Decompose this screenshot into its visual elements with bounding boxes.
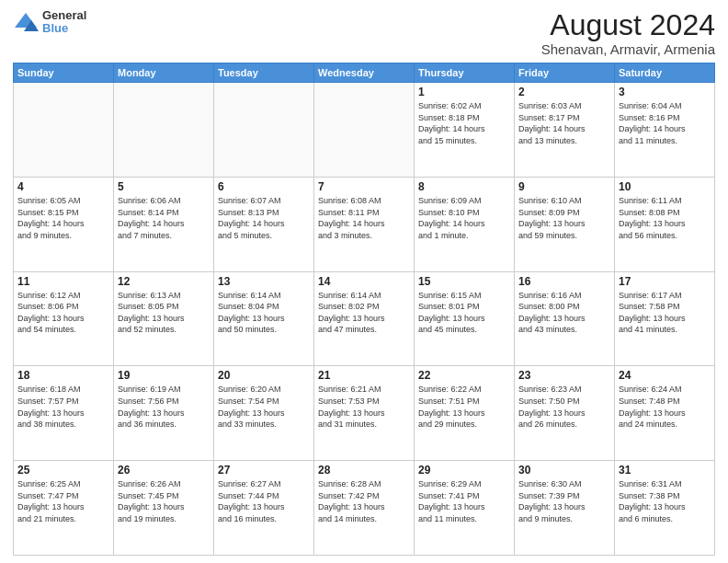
- day-number: 15: [418, 275, 510, 288]
- calendar-cell: 24Sunrise: 6:24 AMSunset: 7:48 PMDayligh…: [615, 366, 715, 461]
- day-number: 30: [518, 464, 610, 477]
- day-number: 9: [518, 180, 610, 193]
- col-tuesday: Tuesday: [214, 63, 314, 83]
- calendar-cell: 2Sunrise: 6:03 AMSunset: 8:17 PMDaylight…: [515, 83, 615, 178]
- day-info: Sunrise: 6:27 AMSunset: 7:44 PMDaylight:…: [218, 478, 310, 524]
- day-info: Sunrise: 6:23 AMSunset: 7:50 PMDaylight:…: [518, 384, 610, 430]
- calendar-cell: 31Sunrise: 6:31 AMSunset: 7:38 PMDayligh…: [615, 461, 715, 556]
- day-info: Sunrise: 6:06 AMSunset: 8:14 PMDaylight:…: [118, 195, 210, 241]
- calendar-cell: 19Sunrise: 6:19 AMSunset: 7:56 PMDayligh…: [114, 366, 214, 461]
- day-number: 22: [418, 369, 510, 382]
- day-info: Sunrise: 6:16 AMSunset: 8:00 PMDaylight:…: [518, 290, 610, 336]
- calendar-cell: 29Sunrise: 6:29 AMSunset: 7:41 PMDayligh…: [415, 461, 515, 556]
- col-saturday: Saturday: [615, 63, 715, 83]
- day-number: 20: [218, 369, 310, 382]
- day-number: 23: [518, 369, 610, 382]
- day-info: Sunrise: 6:29 AMSunset: 7:41 PMDaylight:…: [418, 478, 510, 524]
- day-number: 5: [118, 180, 210, 193]
- calendar-cell: 9Sunrise: 6:10 AMSunset: 8:09 PMDaylight…: [515, 177, 615, 271]
- calendar-cell: 8Sunrise: 6:09 AMSunset: 8:10 PMDaylight…: [415, 177, 515, 271]
- day-info: Sunrise: 6:14 AMSunset: 8:04 PMDaylight:…: [218, 290, 310, 336]
- calendar-cell: 6Sunrise: 6:07 AMSunset: 8:13 PMDaylight…: [214, 177, 314, 271]
- day-number: 3: [619, 86, 711, 98]
- calendar-week-5: 25Sunrise: 6:25 AMSunset: 7:47 PMDayligh…: [14, 461, 715, 556]
- day-info: Sunrise: 6:20 AMSunset: 7:54 PMDaylight:…: [218, 384, 310, 430]
- day-number: 6: [218, 180, 310, 193]
- day-number: 18: [17, 369, 109, 382]
- calendar-cell: 26Sunrise: 6:26 AMSunset: 7:45 PMDayligh…: [114, 461, 214, 556]
- day-info: Sunrise: 6:03 AMSunset: 8:17 PMDaylight:…: [518, 100, 610, 146]
- calendar-cell: 22Sunrise: 6:22 AMSunset: 7:51 PMDayligh…: [415, 366, 515, 461]
- calendar-cell: 13Sunrise: 6:14 AMSunset: 8:04 PMDayligh…: [214, 271, 314, 366]
- day-number: 14: [318, 275, 410, 288]
- col-monday: Monday: [114, 63, 214, 83]
- day-info: Sunrise: 6:19 AMSunset: 7:56 PMDaylight:…: [118, 384, 210, 430]
- calendar-week-2: 4Sunrise: 6:05 AMSunset: 8:15 PMDaylight…: [14, 177, 715, 271]
- logo-line2: Blue: [42, 22, 86, 35]
- day-info: Sunrise: 6:31 AMSunset: 7:38 PMDaylight:…: [619, 478, 711, 524]
- day-number: 4: [17, 180, 109, 193]
- calendar-week-1: 1Sunrise: 6:02 AMSunset: 8:18 PMDaylight…: [14, 83, 715, 178]
- logo-text: General Blue: [42, 9, 86, 36]
- col-wednesday: Wednesday: [314, 63, 415, 83]
- calendar-cell: 21Sunrise: 6:21 AMSunset: 7:53 PMDayligh…: [314, 366, 415, 461]
- calendar-cell: 7Sunrise: 6:08 AMSunset: 8:11 PMDaylight…: [314, 177, 415, 271]
- page: General Blue August 2024 Shenavan, Armav…: [0, 0, 728, 563]
- day-info: Sunrise: 6:02 AMSunset: 8:18 PMDaylight:…: [418, 100, 510, 146]
- title-block: August 2024 Shenavan, Armavir, Armenia: [541, 9, 715, 57]
- calendar-cell: 10Sunrise: 6:11 AMSunset: 8:08 PMDayligh…: [615, 177, 715, 271]
- day-number: 13: [218, 275, 310, 288]
- calendar-cell: [14, 83, 114, 178]
- day-info: Sunrise: 6:09 AMSunset: 8:10 PMDaylight:…: [418, 195, 510, 241]
- day-info: Sunrise: 6:12 AMSunset: 8:06 PMDaylight:…: [17, 290, 109, 336]
- day-info: Sunrise: 6:10 AMSunset: 8:09 PMDaylight:…: [518, 195, 610, 241]
- day-number: 11: [17, 275, 109, 288]
- day-number: 19: [118, 369, 210, 382]
- day-number: 26: [118, 464, 210, 477]
- day-info: Sunrise: 6:24 AMSunset: 7:48 PMDaylight:…: [619, 384, 711, 430]
- day-number: 16: [518, 275, 610, 288]
- day-info: Sunrise: 6:08 AMSunset: 8:11 PMDaylight:…: [318, 195, 410, 241]
- day-number: 27: [218, 464, 310, 477]
- day-info: Sunrise: 6:05 AMSunset: 8:15 PMDaylight:…: [17, 195, 109, 241]
- header: General Blue August 2024 Shenavan, Armav…: [13, 9, 715, 57]
- logo: General Blue: [13, 9, 86, 36]
- day-info: Sunrise: 6:04 AMSunset: 8:16 PMDaylight:…: [619, 100, 711, 146]
- day-info: Sunrise: 6:14 AMSunset: 8:02 PMDaylight:…: [318, 290, 410, 336]
- calendar-header-row: Sunday Monday Tuesday Wednesday Thursday…: [14, 63, 715, 83]
- calendar-cell: [114, 83, 214, 178]
- calendar-cell: 4Sunrise: 6:05 AMSunset: 8:15 PMDaylight…: [14, 177, 114, 271]
- day-info: Sunrise: 6:28 AMSunset: 7:42 PMDaylight:…: [318, 478, 410, 524]
- calendar-title: August 2024: [541, 9, 715, 41]
- day-number: 25: [17, 464, 109, 477]
- col-friday: Friday: [515, 63, 615, 83]
- calendar-week-3: 11Sunrise: 6:12 AMSunset: 8:06 PMDayligh…: [14, 271, 715, 366]
- day-number: 17: [619, 275, 711, 288]
- logo-line1: General: [42, 9, 86, 22]
- day-info: Sunrise: 6:17 AMSunset: 7:58 PMDaylight:…: [619, 290, 711, 336]
- day-info: Sunrise: 6:21 AMSunset: 7:53 PMDaylight:…: [318, 384, 410, 430]
- calendar-cell: 30Sunrise: 6:30 AMSunset: 7:39 PMDayligh…: [515, 461, 615, 556]
- calendar-cell: 15Sunrise: 6:15 AMSunset: 8:01 PMDayligh…: [415, 271, 515, 366]
- day-info: Sunrise: 6:13 AMSunset: 8:05 PMDaylight:…: [118, 290, 210, 336]
- calendar-cell: [314, 83, 415, 178]
- col-thursday: Thursday: [415, 63, 515, 83]
- calendar-cell: 27Sunrise: 6:27 AMSunset: 7:44 PMDayligh…: [214, 461, 314, 556]
- calendar-cell: 5Sunrise: 6:06 AMSunset: 8:14 PMDaylight…: [114, 177, 214, 271]
- logo-icon: [13, 11, 39, 33]
- day-info: Sunrise: 6:07 AMSunset: 8:13 PMDaylight:…: [218, 195, 310, 241]
- day-number: 10: [619, 180, 711, 193]
- calendar-cell: 25Sunrise: 6:25 AMSunset: 7:47 PMDayligh…: [14, 461, 114, 556]
- col-sunday: Sunday: [14, 63, 114, 83]
- calendar-subtitle: Shenavan, Armavir, Armenia: [541, 41, 715, 57]
- calendar-cell: 1Sunrise: 6:02 AMSunset: 8:18 PMDaylight…: [415, 83, 515, 178]
- calendar-cell: 18Sunrise: 6:18 AMSunset: 7:57 PMDayligh…: [14, 366, 114, 461]
- day-info: Sunrise: 6:18 AMSunset: 7:57 PMDaylight:…: [17, 384, 109, 430]
- calendar-cell: 11Sunrise: 6:12 AMSunset: 8:06 PMDayligh…: [14, 271, 114, 366]
- calendar-week-4: 18Sunrise: 6:18 AMSunset: 7:57 PMDayligh…: [14, 366, 715, 461]
- calendar-cell: [214, 83, 314, 178]
- day-number: 2: [518, 86, 610, 98]
- calendar-cell: 12Sunrise: 6:13 AMSunset: 8:05 PMDayligh…: [114, 271, 214, 366]
- day-number: 28: [318, 464, 410, 477]
- day-number: 1: [418, 86, 510, 98]
